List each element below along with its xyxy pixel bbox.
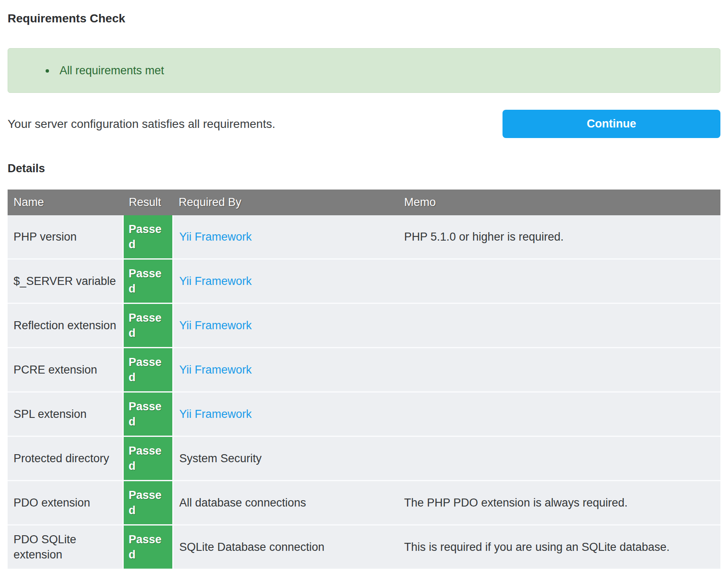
cell-required-by: All database connections [173,481,398,525]
cell-name: PDO SQLite extension [8,525,123,569]
success-alert: All requirements met [8,48,720,93]
continue-button[interactable]: Continue [503,110,720,138]
result-badge: Passed [123,392,173,436]
table-row: PDO SQLite extension Passed SQLite Datab… [8,525,720,569]
cell-name: PDO extension [8,481,123,525]
table-row: $_SERVER variable Passed Yii Framework [8,259,720,303]
details-heading: Details [8,162,720,175]
summary-text: Your server configuration satisfies all … [8,117,275,131]
result-badge: Passed [123,303,173,348]
cell-name: PHP version [8,215,123,259]
result-badge: Passed [123,525,173,569]
cell-required-by: Yii Framework [173,348,398,392]
cell-required-by: Yii Framework [173,303,398,348]
cell-memo [398,392,720,436]
required-by-text[interactable]: Yii Framework [179,275,252,287]
cell-memo [398,436,720,481]
required-by-text[interactable]: All database connections [179,496,306,509]
cell-required-by: Yii Framework [173,392,398,436]
cell-required-by: Yii Framework [173,259,398,303]
table-row: Reflection extension Passed Yii Framewor… [8,303,720,348]
result-badge: Passed [123,259,173,303]
result-badge: Passed [123,436,173,481]
table-row: Protected directory Passed System Securi… [8,436,720,481]
action-row: Your server configuration satisfies all … [8,110,720,138]
table-header-row: Name Result Required By Memo [8,190,720,215]
cell-name: PCRE extension [8,348,123,392]
cell-name: Protected directory [8,436,123,481]
required-by-text[interactable]: Yii Framework [179,319,252,332]
cell-required-by: System Security [173,436,398,481]
cell-memo: This is required if you are using an SQL… [398,525,720,569]
table-row: PDO extension Passed All database connec… [8,481,720,525]
cell-required-by: Yii Framework [173,215,398,259]
table-row: PCRE extension Passed Yii Framework [8,348,720,392]
table-header-cell: Result [123,190,173,215]
table-header-cell: Required By [173,190,398,215]
cell-memo: The PHP PDO extension is always required… [398,481,720,525]
cell-memo [398,259,720,303]
result-badge: Passed [123,348,173,392]
table-row: SPL extension Passed Yii Framework [8,392,720,436]
alert-list: All requirements met [8,64,720,77]
page-title: Requirements Check [8,12,720,25]
cell-name: SPL extension [8,392,123,436]
cell-name: Reflection extension [8,303,123,348]
required-by-text[interactable]: Yii Framework [179,363,252,376]
cell-memo [398,348,720,392]
required-by-text[interactable]: SQLite Database connection [179,541,325,553]
alert-item: All requirements met [55,64,720,77]
required-by-text[interactable]: Yii Framework [179,408,252,420]
cell-memo [398,303,720,348]
requirements-table: Name Result Required By Memo PHP version… [8,190,720,569]
cell-memo: PHP 5.1.0 or higher is required. [398,215,720,259]
required-by-text[interactable]: Yii Framework [179,230,252,243]
required-by-text[interactable]: System Security [179,452,262,465]
table-row: PHP version Passed Yii Framework PHP 5.1… [8,215,720,259]
page: Requirements Check All requirements met … [0,12,728,569]
cell-required-by: SQLite Database connection [173,525,398,569]
table-header-cell: Name [8,190,123,215]
result-badge: Passed [123,215,173,259]
cell-name: $_SERVER variable [8,259,123,303]
table-header-cell: Memo [398,190,720,215]
table-body: PHP version Passed Yii Framework PHP 5.1… [8,215,720,569]
result-badge: Passed [123,481,173,525]
